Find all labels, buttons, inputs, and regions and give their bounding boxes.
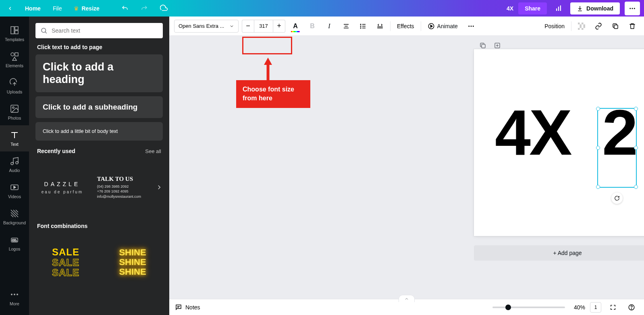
- redo-button[interactable]: [137, 3, 151, 14]
- transparency-icon: [578, 23, 585, 30]
- document-title[interactable]: 4X: [507, 5, 513, 12]
- add-subheading-card[interactable]: Click to add a subheading: [35, 96, 163, 118]
- rail-logos[interactable]: CO. Logos: [0, 230, 29, 256]
- notes-icon: [175, 304, 182, 311]
- animate-button[interactable]: Animate: [424, 19, 461, 33]
- resize-handle[interactable]: [634, 146, 638, 150]
- font-size-decrease[interactable]: −: [242, 20, 254, 33]
- font-size-increase[interactable]: +: [273, 20, 285, 33]
- svg-point-22: [360, 24, 361, 25]
- design-canvas[interactable]: 4X 2: [474, 49, 644, 236]
- svg-point-14: [16, 162, 18, 164]
- rail-templates[interactable]: Templates: [0, 21, 29, 47]
- italic-button[interactable]: I: [322, 19, 336, 33]
- templates-icon: [10, 25, 19, 35]
- delete-button[interactable]: [625, 19, 639, 33]
- font-family-select[interactable]: Open Sans Extra ...: [174, 20, 239, 33]
- rotate-handle[interactable]: [611, 193, 623, 204]
- selection-box[interactable]: [597, 108, 637, 188]
- notes-label: Notes: [185, 304, 200, 311]
- resize-handle[interactable]: [596, 185, 600, 189]
- resize-button[interactable]: ♛ Resize: [71, 4, 102, 13]
- thumb-text: SALE: [52, 257, 79, 267]
- crown-icon: ♛: [74, 5, 79, 12]
- carousel-next[interactable]: [156, 184, 163, 191]
- thumb-text: info@mollysrestaurant.com: [97, 194, 141, 199]
- resize-handle[interactable]: [634, 185, 638, 189]
- font-color-button[interactable]: A: [289, 19, 302, 33]
- rail-text[interactable]: Text: [0, 125, 29, 151]
- download-button[interactable]: Download: [570, 2, 620, 15]
- page-count[interactable]: 1: [590, 302, 601, 313]
- svg-rect-36: [578, 28, 580, 30]
- toolbar-more[interactable]: [464, 19, 478, 33]
- help-button[interactable]: [625, 300, 638, 314]
- more-button[interactable]: [625, 2, 640, 15]
- expand-pages-button[interactable]: [399, 295, 415, 302]
- template-talk[interactable]: TALK TO US (04) 298 3985 2092 +76 209 10…: [96, 159, 149, 216]
- add-subheading-label: Click to add a subheading: [43, 103, 156, 112]
- add-page-bar[interactable]: + Add page: [474, 245, 644, 261]
- videos-icon: [10, 182, 19, 192]
- link-button[interactable]: [592, 19, 605, 33]
- cloud-sync-icon[interactable]: [157, 3, 171, 14]
- transparency-button[interactable]: [575, 19, 588, 33]
- home-button[interactable]: Home: [22, 4, 44, 13]
- canvas-text-4x[interactable]: 4X: [495, 95, 571, 170]
- fullscreen-button[interactable]: [606, 300, 620, 314]
- file-menu[interactable]: File: [50, 4, 65, 13]
- rail-audio[interactable]: Audio: [0, 151, 29, 178]
- back-button[interactable]: [4, 4, 16, 13]
- rail-more[interactable]: More: [0, 285, 29, 311]
- template-sale[interactable]: SALE SALE SALE: [35, 234, 96, 290]
- thumb-text: +76 209 1092 4095: [97, 189, 129, 194]
- notes-button[interactable]: Notes: [175, 304, 200, 311]
- rail-label: Videos: [8, 194, 21, 199]
- bold-button[interactable]: B: [305, 19, 319, 33]
- duplicate-button[interactable]: [609, 19, 622, 33]
- font-size-input[interactable]: [254, 20, 273, 33]
- rail-uploads[interactable]: Uploads: [0, 73, 29, 99]
- font-size-control: − +: [242, 20, 285, 33]
- undo-button[interactable]: [118, 3, 132, 14]
- list-button[interactable]: [356, 19, 370, 33]
- zoom-value[interactable]: 40%: [574, 304, 585, 311]
- svg-text:CO.: CO.: [12, 239, 17, 242]
- template-shine[interactable]: SHINE SHINE SHINE: [102, 234, 163, 290]
- svg-rect-1: [558, 6, 559, 11]
- share-button[interactable]: Share: [518, 2, 547, 15]
- template-dazzle[interactable]: DAZZLE eau de parfum: [35, 159, 89, 216]
- text-panel: Click text to add to page Click to add a…: [29, 17, 169, 315]
- position-button[interactable]: Position: [541, 23, 568, 29]
- align-button[interactable]: [339, 19, 353, 33]
- insights-button[interactable]: [552, 3, 565, 14]
- svg-point-20: [17, 294, 18, 295]
- add-heading-card[interactable]: Click to add a heading: [35, 54, 163, 92]
- resize-handle[interactable]: [596, 146, 600, 150]
- animate-icon: [428, 23, 435, 30]
- rail-background[interactable]: Background: [0, 204, 29, 230]
- annotation-arrow: [262, 57, 274, 80]
- see-all-link[interactable]: See all: [145, 148, 161, 154]
- rail-videos[interactable]: Videos: [0, 178, 29, 204]
- background-icon: [10, 209, 19, 218]
- download-label: Download: [586, 5, 613, 12]
- search-input[interactable]: [52, 27, 158, 34]
- spacing-button[interactable]: [373, 19, 387, 33]
- zoom-slider[interactable]: [492, 307, 565, 308]
- annotation-box: [242, 37, 292, 54]
- canvas-viewport[interactable]: 4X 2 + Add page: [169, 36, 644, 299]
- more-icon: [10, 290, 19, 299]
- rail-elements[interactable]: Elements: [0, 47, 29, 73]
- svg-rect-2: [560, 5, 561, 11]
- svg-rect-35: [584, 24, 586, 26]
- thumb-text: SHINE: [119, 248, 146, 257]
- rail-photos[interactable]: Photos: [0, 99, 29, 125]
- resize-handle[interactable]: [634, 107, 638, 111]
- resize-handle[interactable]: [596, 107, 600, 111]
- rail-label: Background: [3, 220, 26, 225]
- search-box[interactable]: [35, 23, 163, 38]
- add-body-card[interactable]: Click to add a little bit of body text: [35, 122, 163, 141]
- effects-button[interactable]: Effects: [394, 23, 418, 29]
- zoom-knob[interactable]: [505, 305, 511, 310]
